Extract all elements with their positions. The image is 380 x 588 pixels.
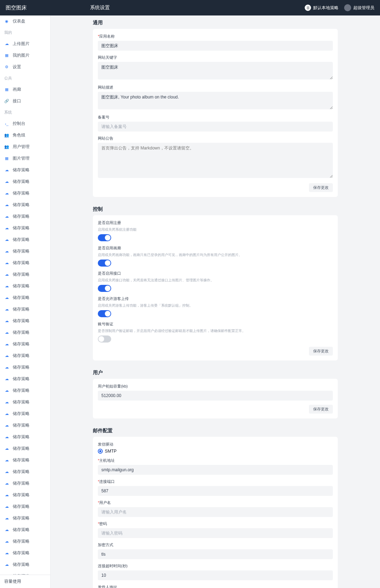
nav-storage[interactable]: ☁储存策略: [0, 512, 50, 524]
cloud-icon: ☁: [4, 237, 9, 242]
terminal-icon: ›_: [4, 121, 9, 126]
nav-roles[interactable]: 👥角色组: [0, 129, 50, 141]
control-save-button[interactable]: 保存更改: [309, 347, 333, 356]
dashboard-icon: ◉: [4, 19, 9, 24]
nav-storage[interactable]: ☁储存策略: [0, 280, 50, 292]
gallery-toggle[interactable]: [98, 260, 111, 267]
timeout-input[interactable]: [98, 570, 333, 580]
verify-toggle[interactable]: [98, 335, 111, 343]
nav-console[interactable]: ›_控制台: [0, 118, 50, 129]
cloud-icon: ☁: [4, 365, 9, 370]
timeout-label: 连接超时时间(秒): [98, 563, 333, 569]
reg-desc: 启用或关闭系统注册功能: [98, 227, 333, 232]
nav-storage[interactable]: ☁储存策略: [0, 547, 50, 559]
gallery-icon: ▦: [4, 87, 9, 92]
nav-storage[interactable]: ☁储存策略: [0, 350, 50, 362]
link-icon: 🔗: [4, 99, 9, 104]
nav-storage[interactable]: ☁储存策略: [0, 466, 50, 478]
keywords-input[interactable]: 图空图床: [98, 62, 333, 79]
user-menu[interactable]: 超级管理员: [344, 4, 374, 11]
nav-storage[interactable]: ☁储存策略: [0, 303, 50, 315]
cloud-icon: ☁: [4, 272, 9, 277]
nav-storage[interactable]: ☁储存策略: [0, 176, 50, 187]
nav-storage[interactable]: ☁储存策略: [0, 478, 50, 489]
mail-card: 发信驱动 SMTP *主机地址 *连接端口 *用户名 *密码 加密方式: [93, 437, 338, 588]
section-user-title: 用户: [93, 365, 338, 379]
nav-storage[interactable]: ☁储存策略: [0, 164, 50, 176]
notice-input[interactable]: [98, 143, 333, 178]
smtp-radio[interactable]: SMTP: [98, 449, 333, 454]
keywords-label: 网站关键字: [98, 55, 333, 60]
verify-desc: 是否强制用户验证邮箱，开启后用户必须经过验证邮箱后才能上传图片，请确保邮件配置正…: [98, 328, 333, 333]
nav-storage[interactable]: ☁储存策略: [0, 269, 50, 280]
nav-storage[interactable]: ☁储存策略: [0, 431, 50, 443]
strategy-selector[interactable]: ☰ 默认本地策略: [305, 5, 338, 11]
nav-gallery[interactable]: ▦画廊: [0, 84, 50, 95]
upload-icon: ☁: [4, 41, 9, 46]
general-save-button[interactable]: 保存更改: [309, 183, 333, 192]
reg-toggle[interactable]: [98, 234, 111, 241]
cloud-icon: ☁: [4, 435, 9, 440]
reg-label: 是否启用注册: [98, 220, 333, 225]
nav-storage[interactable]: ☁储存策略: [0, 338, 50, 350]
port-input[interactable]: [98, 486, 333, 496]
cloud-icon: ☁: [4, 516, 9, 521]
nav-storage[interactable]: ☁储存策略: [0, 187, 50, 199]
nav-storage[interactable]: ☁储存策略: [0, 524, 50, 536]
header: 图空图床 系统设置 ☰ 默认本地策略 超级管理员: [0, 0, 380, 15]
username-input[interactable]: [98, 507, 333, 517]
capacity-input[interactable]: [98, 391, 333, 401]
cloud-icon: ☁: [4, 446, 9, 451]
nav-storage[interactable]: ☁储存策略: [0, 222, 50, 234]
cloud-icon: ☁: [4, 226, 9, 231]
nav-api[interactable]: 🔗接口: [0, 95, 50, 107]
nav-storage[interactable]: ☁储存策略: [0, 501, 50, 512]
nav-storage[interactable]: ☁储存策略: [0, 292, 50, 303]
cloud-icon: ☁: [4, 261, 9, 266]
nav-upload[interactable]: ☁上传图片: [0, 38, 50, 50]
nav-storage[interactable]: ☁储存策略: [0, 211, 50, 222]
user-save-button[interactable]: 保存更改: [309, 405, 333, 414]
nav-storage[interactable]: ☁储存策略: [0, 257, 50, 269]
nav-storage[interactable]: ☁储存策略: [0, 559, 50, 570]
app-name-input[interactable]: [98, 41, 333, 51]
guest-toggle[interactable]: [98, 310, 111, 317]
nav-storage[interactable]: ☁储存策略: [0, 234, 50, 245]
nav-storage[interactable]: ☁储存策略: [0, 385, 50, 396]
api-toggle[interactable]: [98, 285, 111, 292]
nav-storage[interactable]: ☁储存策略: [0, 396, 50, 408]
nav-image-mgmt[interactable]: ▦图片管理: [0, 153, 50, 164]
driver-label: 发信驱动: [98, 442, 333, 447]
verify-label: 账号验证: [98, 321, 333, 327]
desc-input[interactable]: 图空图床, Your photo album on the cloud.: [98, 92, 333, 109]
nav-settings[interactable]: ⚙设置: [0, 61, 50, 73]
nav-storage[interactable]: ☁储存策略: [0, 536, 50, 547]
nav-dashboard[interactable]: ◉仪表盘: [0, 15, 50, 27]
cloud-icon: ☁: [4, 481, 9, 486]
nav-user-mgmt[interactable]: 👥用户管理: [0, 141, 50, 153]
logo[interactable]: 图空图床: [6, 5, 48, 11]
nav-storage[interactable]: ☁储存策略: [0, 420, 50, 431]
cloud-icon: ☁: [4, 458, 9, 463]
host-input[interactable]: [98, 465, 333, 475]
icp-input[interactable]: [98, 122, 333, 132]
nav-storage[interactable]: ☁储存策略: [0, 489, 50, 501]
nav-storage[interactable]: ☁储存策略: [0, 199, 50, 211]
nav-storage[interactable]: ☁储存策略: [0, 373, 50, 385]
nav-storage[interactable]: ☁储存策略: [0, 443, 50, 454]
nav-storage[interactable]: ☁储存策略: [0, 315, 50, 327]
nav-section-public: 公共: [0, 73, 50, 84]
nav-storage[interactable]: ☁储存策略: [0, 408, 50, 420]
nav-storage[interactable]: ☁储存策略: [0, 327, 50, 338]
encrypt-input[interactable]: [98, 549, 333, 559]
avatar: [344, 4, 351, 11]
nav-storage[interactable]: ☁储存策略: [0, 245, 50, 257]
nav-my-images[interactable]: ▦我的图片: [0, 50, 50, 61]
nav-storage[interactable]: ☁储存策略: [0, 454, 50, 466]
cloud-icon: ☁: [4, 353, 9, 358]
cloud-icon: ☁: [4, 377, 9, 382]
nav-storage[interactable]: ☁储存策略: [0, 362, 50, 373]
guest-label: 是否允许游客上传: [98, 296, 333, 301]
password-input[interactable]: [98, 528, 333, 538]
cloud-icon: ☁: [4, 203, 9, 207]
